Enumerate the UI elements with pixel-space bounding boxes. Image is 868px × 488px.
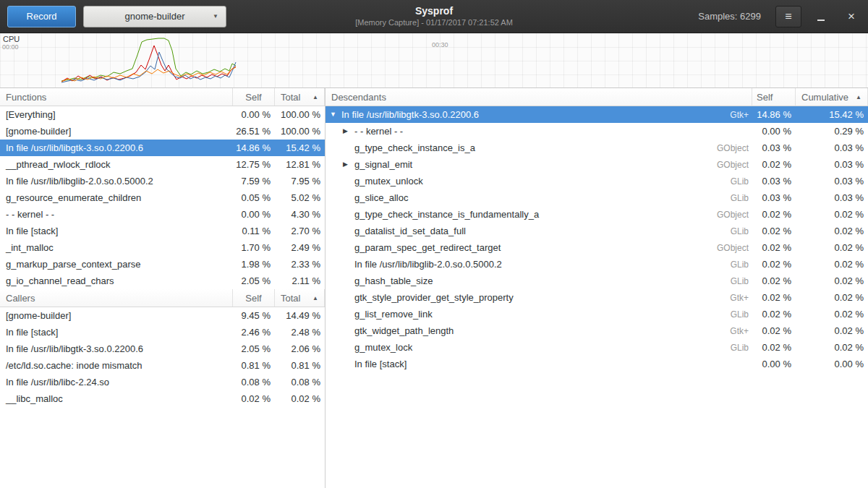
descendants-row[interactable]: g_slice_allocGLib0.03 %0.03 % (326, 189, 868, 206)
descendant-name-cell: g_type_check_instance_is_aGObject (326, 142, 752, 153)
minimize-icon (817, 20, 825, 21)
target-selector-label: gnome-builder (124, 11, 184, 22)
function-name: In file /usr/lib/libc-2.24.so (0, 377, 233, 388)
function-name: gtk_widget_path_length (354, 325, 454, 336)
cpu-usage-graph[interactable]: CPU 00:00 00:30 (0, 33, 868, 88)
cumulative-value: 0.02 % (796, 226, 868, 236)
functions-row[interactable]: - - kernel - -0.00 %4.30 % (0, 206, 325, 223)
cpu-trace-cpu1 (61, 46, 236, 82)
functions-row[interactable]: g_resource_enumerate_children0.05 %5.02 … (0, 189, 325, 206)
callers-column-header[interactable]: Callers (0, 289, 233, 307)
total-value: 2.70 % (275, 226, 325, 236)
callers-total-column-header[interactable]: Total ▲ (275, 289, 325, 307)
descendants-row[interactable]: g_datalist_id_set_data_fullGLib0.02 %0.0… (326, 223, 868, 239)
descendants-row[interactable]: g_type_check_instance_is_aGObject0.03 %0… (326, 140, 868, 156)
total-value: 2.48 % (275, 327, 325, 338)
functions-self-column-header[interactable]: Self (233, 88, 275, 106)
self-value: 0.00 % (233, 209, 275, 220)
cumulative-value: 0.02 % (796, 325, 868, 336)
sysprof-window: Record gnome-builder ▼ Sysprof [Memory C… (0, 0, 868, 488)
functions-row[interactable]: In file /usr/lib/libgtk-3.so.0.2200.614.… (0, 140, 325, 156)
functions-table-header: Functions Self Total ▲ (0, 88, 325, 106)
descendants-row[interactable]: In file /usr/lib/libglib-2.0.so.0.5000.2… (326, 256, 868, 273)
functions-row[interactable]: [Everything]0.00 %100.00 % (0, 106, 325, 123)
total-value: 4.30 % (275, 209, 325, 220)
function-name: In file /usr/lib/libglib-2.0.so.0.5000.2 (354, 259, 502, 270)
expander-closed-icon[interactable]: ▶ (343, 156, 354, 173)
cumulative-value: 0.02 % (796, 242, 868, 253)
descendants-row[interactable]: g_hash_table_sizeGLib0.02 %0.02 % (326, 273, 868, 289)
descendants-row[interactable]: In file [stack]0.00 %0.00 % (326, 356, 868, 372)
descendant-name-cell: gtk_widget_path_lengthGtk+ (326, 325, 752, 336)
descendant-name-cell: g_slice_allocGLib (326, 192, 752, 203)
descendants-row[interactable]: g_type_check_instance_is_fundamentally_a… (326, 206, 868, 223)
self-value: 12.75 % (233, 159, 275, 170)
category-label: GLib (731, 276, 752, 286)
callers-row[interactable]: In file /usr/lib/libc-2.24.so0.08 %0.08 … (0, 374, 325, 390)
function-name: g_hash_table_size (354, 275, 433, 286)
function-name: g_mutex_unlock (354, 176, 423, 187)
cpu-graph-label: CPU (3, 35, 20, 43)
category-label: GObject (717, 143, 752, 153)
total-value: 100.00 % (275, 126, 325, 137)
self-value: 0.02 % (752, 242, 796, 253)
descendants-row[interactable]: g_mutex_unlockGLib0.03 %0.03 % (326, 173, 868, 189)
app-title: Sysprof (355, 4, 513, 17)
descendant-name-cell: g_list_remove_linkGLib (326, 309, 752, 320)
target-selector-button[interactable]: gnome-builder ▼ (83, 6, 226, 27)
descendants-row[interactable]: ▶g_signal_emitGObject0.02 %0.03 % (326, 156, 868, 173)
callers-row[interactable]: In file [stack]2.46 %2.48 % (0, 324, 325, 341)
functions-row[interactable]: __pthread_rwlock_rdlock12.75 %12.81 % (0, 156, 325, 173)
functions-column-header[interactable]: Functions (0, 88, 233, 106)
function-name: [Everything] (0, 109, 233, 120)
category-label: GLib (731, 176, 752, 187)
cumulative-value: 0.03 % (796, 176, 868, 187)
callers-self-column-header[interactable]: Self (233, 289, 275, 307)
descendants-self-column-header[interactable]: Self (752, 88, 796, 106)
functions-row[interactable]: [gnome-builder]26.51 %100.00 % (0, 123, 325, 140)
functions-row[interactable]: In file /usr/lib/libglib-2.0.so.0.5000.2… (0, 173, 325, 189)
functions-row[interactable]: g_io_channel_read_chars2.05 %2.11 % (0, 273, 325, 289)
expander-open-icon[interactable]: ▼ (330, 106, 341, 123)
descendants-row[interactable]: gtk_widget_path_lengthGtk+0.02 %0.02 % (326, 322, 868, 339)
callers-row[interactable]: /etc/ld.so.cache: inode mismatch0.81 %0.… (0, 357, 325, 374)
callers-row[interactable]: [gnome-builder]9.45 %14.49 % (0, 307, 325, 324)
self-value: 0.02 % (752, 292, 796, 303)
menu-button[interactable]: ≡ (775, 6, 801, 27)
time-label-start: 00:00 (2, 43, 19, 51)
total-value: 14.49 % (275, 310, 325, 321)
descendant-name-cell: g_hash_table_sizeGLib (326, 275, 752, 286)
descendants-column-header[interactable]: Descendants (326, 88, 752, 106)
self-value: 14.86 % (752, 109, 796, 120)
descendants-row[interactable]: g_list_remove_linkGLib0.02 %0.02 % (326, 306, 868, 322)
functions-total-column-header[interactable]: Total ▲ (275, 88, 325, 106)
descendants-row[interactable]: g_mutex_lockGLib0.02 %0.02 % (326, 339, 868, 356)
descendants-cumulative-column-header[interactable]: Cumulative ▲ (796, 88, 868, 106)
record-button[interactable]: Record (7, 6, 76, 27)
callers-table-body: [gnome-builder]9.45 %14.49 %In file [sta… (0, 307, 325, 407)
category-label: GObject (717, 243, 752, 253)
functions-row[interactable]: g_markup_parse_context_parse1.98 %2.33 % (0, 256, 325, 273)
category-label: GLib (731, 193, 752, 203)
functions-row[interactable]: _int_malloc1.70 %2.49 % (0, 239, 325, 256)
total-value: 12.81 % (275, 159, 325, 170)
expander-closed-icon[interactable]: ▶ (343, 123, 354, 140)
functions-row[interactable]: In file [stack]0.11 %2.70 % (0, 223, 325, 239)
descendants-table-header: Descendants Self Cumulative ▲ (326, 88, 868, 106)
descendants-row[interactable]: g_param_spec_get_redirect_targetGObject0… (326, 239, 868, 256)
self-value: 0.02 % (752, 342, 796, 353)
descendant-name-cell: g_type_check_instance_is_fundamentally_a… (326, 209, 752, 220)
self-value: 0.02 % (752, 275, 796, 286)
callers-row[interactable]: __libc_malloc0.02 %0.02 % (0, 390, 325, 407)
descendants-row[interactable]: gtk_style_provider_get_style_propertyGtk… (326, 289, 868, 306)
category-label: GObject (717, 210, 752, 220)
function-name: g_datalist_id_set_data_full (354, 226, 466, 236)
descendants-row[interactable]: ▼In file /usr/lib/libgtk-3.so.0.2200.6Gt… (326, 106, 868, 123)
self-value: 0.00 % (752, 359, 796, 369)
callers-row[interactable]: In file /usr/lib/libgtk-3.so.0.2200.62.0… (0, 341, 325, 357)
descendant-name-cell: gtk_style_provider_get_style_propertyGtk… (326, 292, 752, 303)
close-button[interactable]: × (842, 7, 861, 26)
descendants-row[interactable]: ▶- - kernel - -0.00 %0.29 % (326, 123, 868, 140)
minimize-button[interactable] (812, 7, 830, 26)
total-value: 2.33 % (275, 259, 325, 270)
